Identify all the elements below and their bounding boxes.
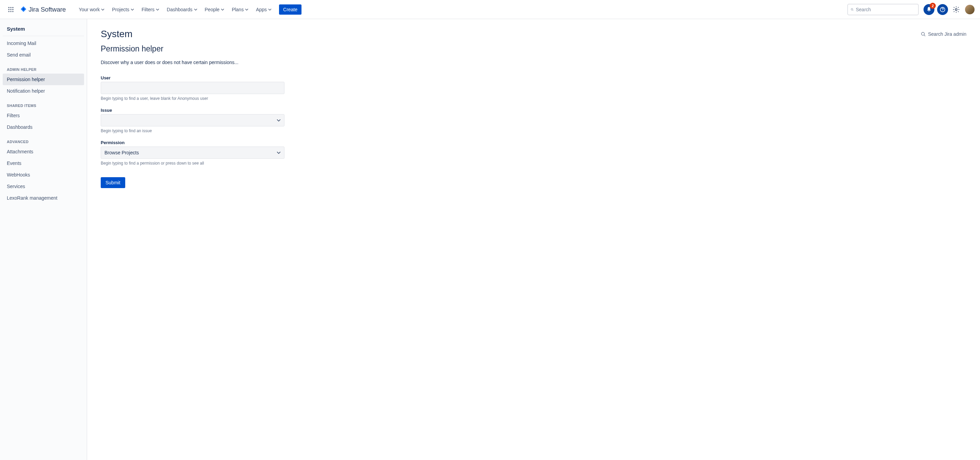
avatar[interactable] <box>965 5 975 14</box>
nav-your-work[interactable]: Your work <box>76 5 108 14</box>
main-content: System Search Jira admin Permission help… <box>87 19 980 460</box>
settings-button[interactable] <box>951 4 962 15</box>
chevron-down-icon <box>268 8 272 11</box>
sidebar-item-services[interactable]: Services <box>3 180 84 192</box>
form-group-user: User Begin typing to find a user, leave … <box>101 75 285 101</box>
user-label: User <box>101 75 285 80</box>
nav-items: Your work Projects Filters Dashboards Pe… <box>76 5 302 14</box>
user-help-text: Begin typing to find a user, leave blank… <box>101 96 285 101</box>
sidebar-item-permission-helper[interactable]: Permission helper <box>3 73 84 85</box>
top-nav: Jira Software Your work Projects Filters… <box>0 0 980 19</box>
svg-point-3 <box>8 9 10 10</box>
sidebar-title: System <box>3 26 84 36</box>
user-input[interactable] <box>101 82 285 94</box>
nav-filters[interactable]: Filters <box>138 5 163 14</box>
sidebar-item-events[interactable]: Events <box>3 157 84 169</box>
product-name: Jira Software <box>29 6 66 13</box>
nav-label: Your work <box>79 7 100 12</box>
issue-help-text: Begin typing to find an issue <box>101 128 285 133</box>
chevron-down-icon <box>101 8 105 11</box>
chevron-down-icon <box>130 8 134 11</box>
sidebar-item-lexorank[interactable]: LexoRank management <box>3 192 84 204</box>
section-title: Permission helper <box>101 44 966 53</box>
svg-point-6 <box>8 11 10 12</box>
form-group-issue: Issue Begin typing to find an issue <box>101 108 285 133</box>
nav-label: Dashboards <box>167 7 192 12</box>
notifications-button[interactable]: 2 <box>924 4 934 15</box>
svg-line-15 <box>924 35 926 36</box>
nav-label: People <box>205 7 220 12</box>
svg-point-0 <box>8 7 10 8</box>
page-title: System <box>101 29 132 40</box>
svg-point-9 <box>851 8 853 10</box>
svg-line-10 <box>853 10 853 11</box>
gear-icon <box>953 6 960 13</box>
global-search[interactable] <box>847 4 919 15</box>
svg-point-14 <box>921 32 924 35</box>
chevron-down-icon <box>277 118 281 122</box>
svg-point-5 <box>12 9 13 10</box>
permission-help-text: Begin typing to find a permission or pre… <box>101 161 285 166</box>
sidebar-item-attachments[interactable]: Attachments <box>3 146 84 157</box>
sidebar: System Incoming Mail Send email ADMIN HE… <box>0 19 87 460</box>
create-button[interactable]: Create <box>279 5 301 14</box>
sidebar-group-admin-helper: ADMIN HELPER <box>3 61 84 73</box>
nav-dashboards[interactable]: Dashboards <box>163 5 201 14</box>
search-input[interactable] <box>856 7 915 12</box>
permission-select[interactable]: Browse Projects <box>101 147 285 159</box>
nav-people[interactable]: People <box>202 5 228 14</box>
chevron-down-icon <box>245 8 248 11</box>
sidebar-group-advanced: ADVANCED <box>3 133 84 146</box>
app-switcher-icon[interactable] <box>5 4 16 15</box>
nav-plans[interactable]: Plans <box>228 5 252 14</box>
permission-label: Permission <box>101 140 285 145</box>
nav-apps[interactable]: Apps <box>253 5 275 14</box>
svg-point-1 <box>10 7 11 8</box>
help-button[interactable] <box>937 4 948 15</box>
sidebar-group-shared-items: SHARED ITEMS <box>3 97 84 110</box>
issue-select[interactable] <box>101 114 285 126</box>
form-group-permission: Permission Browse Projects Begin typing … <box>101 140 285 166</box>
nav-label: Apps <box>256 7 267 12</box>
search-admin-label: Search Jira admin <box>928 31 966 37</box>
sidebar-item-notification-helper[interactable]: Notification helper <box>3 85 84 97</box>
search-jira-admin[interactable]: Search Jira admin <box>921 31 966 37</box>
nav-label: Projects <box>112 7 129 12</box>
chevron-down-icon <box>277 151 281 155</box>
svg-point-8 <box>12 11 13 12</box>
nav-label: Plans <box>232 7 243 12</box>
sidebar-item-filters[interactable]: Filters <box>3 110 84 121</box>
submit-button[interactable]: Submit <box>101 177 125 188</box>
nav-projects[interactable]: Projects <box>108 5 137 14</box>
svg-point-13 <box>955 8 957 11</box>
search-icon <box>851 7 854 12</box>
search-icon <box>921 32 926 37</box>
description-text: Discover why a user does or does not hav… <box>101 60 966 65</box>
chevron-down-icon <box>156 8 159 11</box>
svg-point-2 <box>12 7 13 8</box>
chevron-down-icon <box>194 8 197 11</box>
notification-badge: 2 <box>930 3 936 9</box>
issue-label: Issue <box>101 108 285 113</box>
sidebar-item-dashboards[interactable]: Dashboards <box>3 121 84 133</box>
sidebar-item-incoming-mail[interactable]: Incoming Mail <box>3 37 84 49</box>
jira-logo-icon <box>20 6 27 13</box>
question-icon <box>940 6 946 13</box>
sidebar-item-webhooks[interactable]: WebHooks <box>3 169 84 180</box>
chevron-down-icon <box>221 8 224 11</box>
nav-label: Filters <box>142 7 154 12</box>
svg-point-7 <box>10 11 11 12</box>
sidebar-item-send-email[interactable]: Send email <box>3 49 84 61</box>
jira-logo[interactable]: Jira Software <box>18 6 68 13</box>
svg-point-4 <box>10 9 11 10</box>
svg-point-12 <box>942 11 943 11</box>
permission-value: Browse Projects <box>105 150 139 155</box>
